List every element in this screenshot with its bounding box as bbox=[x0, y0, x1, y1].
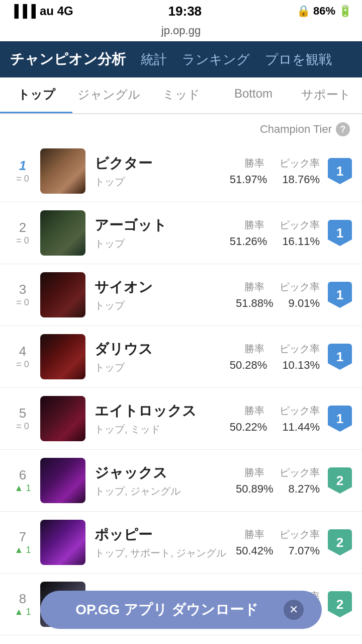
rank-number: 4 bbox=[19, 344, 26, 359]
pick-rate-label: ピック率 bbox=[280, 404, 320, 418]
rank-number: 6 bbox=[19, 467, 26, 483]
win-rate-label: 勝率 bbox=[244, 156, 264, 170]
tier-badge: 2 bbox=[328, 529, 352, 555]
download-close-button[interactable]: ✕ bbox=[284, 600, 304, 620]
status-bar-left: ▐▐▐ au 4G bbox=[10, 4, 73, 18]
champion-stats: 勝率 ピック率 50.28% 10.13% bbox=[230, 342, 320, 372]
champion-row[interactable]: 6 ▲ 1 ジャックス トップ, ジャングル 勝率 ピック率 50.89% 8.… bbox=[0, 450, 362, 512]
champion-avatar bbox=[40, 334, 85, 379]
tier-header: Champion Tier ? bbox=[0, 114, 362, 140]
pick-rate-value: 8.27% bbox=[289, 482, 320, 496]
url-bar[interactable]: jp.op.gg bbox=[0, 22, 362, 41]
champion-row[interactable]: 3 = 0 サイオン トップ 勝率 ピック率 51.88% 9.01% 1 bbox=[0, 264, 362, 326]
rank-change: = 0 bbox=[16, 421, 29, 432]
win-rate-value: 50.42% bbox=[236, 544, 274, 557]
url-text: jp.op.gg bbox=[161, 24, 201, 37]
tier-badge: 2 bbox=[328, 591, 352, 617]
champion-role: トップ bbox=[95, 361, 230, 374]
champion-name: ポッピー bbox=[95, 525, 236, 544]
pick-rate-label: ピック率 bbox=[280, 466, 320, 479]
rank-column: 3 = 0 bbox=[10, 282, 35, 308]
champion-name: サイオン bbox=[95, 278, 236, 297]
tier-badge: 1 bbox=[328, 158, 352, 184]
nav-link-ranking[interactable]: ランキング bbox=[182, 51, 250, 68]
champion-info: ジャックス トップ, ジャングル bbox=[95, 463, 236, 498]
rank-number: 2 bbox=[19, 220, 26, 235]
nav-header: チャンピオン分析 統計 ランキング プロを観戦 bbox=[0, 41, 362, 77]
win-rate-label: 勝率 bbox=[244, 404, 264, 418]
tier-badge: 1 bbox=[328, 220, 352, 246]
champion-role: トップ, ミッド bbox=[95, 423, 230, 436]
champion-role: トップ, ジャングル bbox=[95, 485, 236, 498]
champion-info: ポッピー トップ, サポート, ジャングル bbox=[95, 525, 236, 560]
champion-row[interactable]: 5 = 0 エイトロックス トップ, ミッド 勝率 ピック率 50.22% 11… bbox=[0, 388, 362, 450]
champion-stats: 勝率 ピック率 50.89% 8.27% bbox=[236, 466, 320, 496]
tab-top[interactable]: トップ bbox=[0, 77, 72, 113]
nav-links: 統計 ランキング プロを観戦 bbox=[141, 51, 332, 68]
rank-change: ▲ 1 bbox=[15, 607, 31, 617]
champion-row[interactable]: 7 ▲ 1 ポッピー トップ, サポート, ジャングル 勝率 ピック率 50.4… bbox=[0, 512, 362, 574]
rank-number: 8 bbox=[19, 591, 26, 607]
win-rate-value: 50.22% bbox=[230, 421, 267, 434]
champion-role: トップ bbox=[95, 299, 236, 312]
champion-stats: 勝率 ピック率 51.97% 18.76% bbox=[230, 156, 320, 186]
pick-rate-label: ピック率 bbox=[280, 156, 320, 170]
tab-bar: トップ ジャングル ミッド Bottom サポート bbox=[0, 77, 362, 114]
download-banner[interactable]: OP.GG アプリ ダウンロード ✕ bbox=[40, 591, 322, 629]
champion-name: ダリウス bbox=[95, 340, 230, 359]
champion-stats: 勝率 ピック率 51.26% 16.11% bbox=[230, 218, 320, 248]
rank-number: 7 bbox=[19, 529, 26, 545]
champion-avatar bbox=[40, 520, 85, 565]
rank-change: = 0 bbox=[16, 235, 29, 246]
tier-badge: 2 bbox=[328, 467, 352, 494]
status-bar: ▐▐▐ au 4G 19:38 🔒 86% 🔋 bbox=[0, 0, 362, 22]
pick-rate-value: 18.76% bbox=[282, 173, 320, 186]
pick-rate-value: 16.11% bbox=[282, 235, 320, 248]
rank-change: = 0 bbox=[16, 174, 29, 184]
pick-rate-value: 11.44% bbox=[282, 421, 320, 434]
win-rate-label: 勝率 bbox=[244, 280, 264, 294]
nav-link-stats[interactable]: 統計 bbox=[141, 51, 167, 68]
rank-column: 1 = 0 bbox=[10, 158, 35, 184]
win-rate-value: 51.97% bbox=[230, 173, 267, 186]
champion-role: トップ bbox=[95, 237, 230, 251]
tier-help-icon[interactable]: ? bbox=[336, 122, 350, 136]
champion-stats: 勝率 ピック率 50.42% 7.07% bbox=[236, 528, 320, 557]
pick-rate-label: ピック率 bbox=[280, 342, 320, 356]
rank-number: 1 bbox=[19, 158, 26, 174]
tier-badge: 1 bbox=[328, 406, 352, 432]
tab-bottom[interactable]: Bottom bbox=[217, 77, 290, 113]
status-bar-right: 🔒 86% 🔋 bbox=[297, 5, 352, 18]
champion-info: ビクター トップ bbox=[95, 154, 230, 189]
pick-rate-label: ピック率 bbox=[280, 280, 320, 294]
rank-column: 5 = 0 bbox=[10, 406, 35, 432]
tier-badge: 1 bbox=[328, 344, 352, 370]
win-rate-value: 51.88% bbox=[236, 297, 274, 310]
rank-column: 2 = 0 bbox=[10, 220, 35, 246]
lock-icon: 🔒 bbox=[297, 5, 310, 18]
rank-change: = 0 bbox=[16, 359, 29, 370]
win-rate-label: 勝率 bbox=[244, 528, 264, 541]
carrier-label: au 4G bbox=[40, 4, 73, 18]
win-rate-label: 勝率 bbox=[244, 466, 264, 479]
nav-link-pro[interactable]: プロを観戦 bbox=[265, 51, 332, 68]
tier-badge: 1 bbox=[328, 282, 352, 308]
champion-avatar bbox=[40, 458, 85, 503]
champion-row[interactable]: 1 = 0 ビクター トップ 勝率 ピック率 51.97% 18.76% 1 bbox=[0, 140, 362, 202]
pick-rate-label: ピック率 bbox=[280, 528, 320, 541]
champion-tier-label: Champion Tier bbox=[260, 123, 332, 136]
champion-info: アーゴット トップ bbox=[95, 216, 230, 251]
tab-support[interactable]: サポート bbox=[290, 77, 362, 113]
tab-jungle[interactable]: ジャングル bbox=[72, 77, 145, 113]
win-rate-value: 50.28% bbox=[230, 359, 267, 372]
champion-avatar bbox=[40, 396, 85, 441]
champion-avatar bbox=[40, 272, 85, 317]
battery-label: 86% bbox=[313, 5, 335, 18]
champion-row[interactable]: 4 = 0 ダリウス トップ 勝率 ピック率 50.28% 10.13% 1 bbox=[0, 326, 362, 388]
tab-mid[interactable]: ミッド bbox=[145, 77, 217, 113]
pick-rate-value: 7.07% bbox=[289, 544, 320, 557]
rank-change: = 0 bbox=[16, 297, 29, 308]
champion-row[interactable]: 2 = 0 アーゴット トップ 勝率 ピック率 51.26% 16.11% 1 bbox=[0, 202, 362, 264]
win-rate-value: 50.89% bbox=[236, 482, 274, 496]
rank-column: 7 ▲ 1 bbox=[10, 529, 35, 555]
